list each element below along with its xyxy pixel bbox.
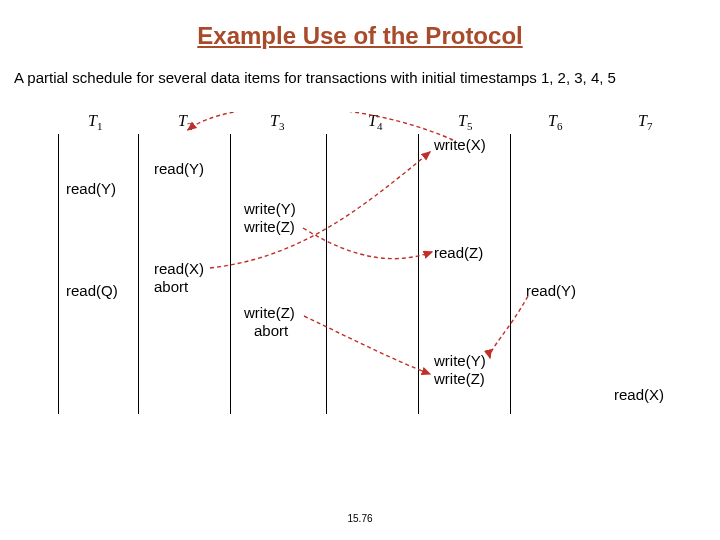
col-header-5: T5 — [458, 112, 472, 132]
op-t2-readY: read(Y) — [154, 160, 204, 177]
vline — [58, 134, 59, 414]
vline — [138, 134, 139, 414]
op-t5-readZ: read(Z) — [434, 244, 483, 261]
op-t5-writeZ: write(Z) — [434, 370, 485, 387]
op-t7-readX: read(X) — [614, 386, 664, 403]
col-header-1: T1 — [88, 112, 102, 132]
vline — [510, 134, 511, 414]
op-t6-readY: read(Y) — [526, 282, 576, 299]
col-header-4: T4 — [368, 112, 382, 132]
page-title: Example Use of the Protocol — [0, 0, 720, 50]
slide-number: 15.76 — [0, 513, 720, 524]
op-t3-writeZ1: write(Z) — [244, 218, 295, 235]
op-t3-writeZ2: write(Z) — [244, 304, 295, 321]
op-t1-readQ: read(Q) — [66, 282, 118, 299]
vline — [230, 134, 231, 414]
col-header-2: T2 — [178, 112, 192, 132]
op-t2-readX: read(X) — [154, 260, 204, 277]
op-t3-writeY: write(Y) — [244, 200, 296, 217]
op-t5-writeX: write(X) — [434, 136, 486, 153]
col-header-3: T3 — [270, 112, 284, 132]
op-t1-readY: read(Y) — [66, 180, 116, 197]
op-t5-writeY: write(Y) — [434, 352, 486, 369]
annotation-arrows — [58, 112, 690, 452]
col-header-7: T7 — [638, 112, 652, 132]
op-t3-abort: abort — [254, 322, 288, 339]
col-header-6: T6 — [548, 112, 562, 132]
op-t2-abort: abort — [154, 278, 188, 295]
vline — [418, 134, 419, 414]
vline — [326, 134, 327, 414]
intro-text: A partial schedule for several data item… — [0, 50, 720, 88]
